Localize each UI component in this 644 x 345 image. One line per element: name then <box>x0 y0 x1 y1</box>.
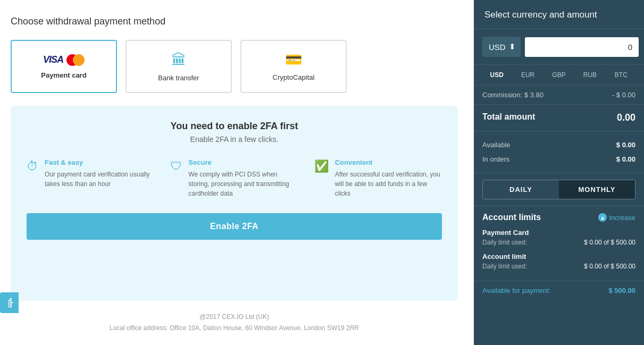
feature-convenient: ✅ Convenient After successful card verif… <box>314 158 442 198</box>
available-value: $ 0.00 <box>616 141 635 149</box>
in-orders-label: In orders <box>482 155 509 163</box>
right-panel-title: Select currency and amount <box>484 10 633 20</box>
currency-tab-btc[interactable]: BTC <box>607 69 635 81</box>
account-limits-section: Account limits ▲ Increase Payment Card D… <box>474 206 644 281</box>
card-logos: VISA <box>43 54 85 66</box>
commission-value: - $ 0.00 <box>612 91 635 99</box>
account-limit-value: $ 0.00 of $ 500.00 <box>584 263 635 270</box>
increase-button[interactable]: ▲ Increase <box>598 213 635 222</box>
total-label: Total amount <box>482 112 535 123</box>
payment-card-limit-title: Payment Card <box>482 229 635 237</box>
mastercard-logo <box>66 54 85 66</box>
currency-amount-row: USD ⬍ <box>474 29 644 65</box>
feature-secure-title: Secure <box>188 158 298 166</box>
currency-tab-eur[interactable]: EUR <box>513 69 542 81</box>
payment-card-limit-label: Daily limit used: <box>482 239 527 246</box>
right-panel-header: Select currency and amount <box>474 0 644 29</box>
balance-section: Available $ 0.00 In orders $ 0.00 <box>474 131 644 173</box>
account-limit-label: Daily limit used: <box>482 263 527 270</box>
available-row: Available $ 0.00 <box>482 138 635 152</box>
currency-tab-rub[interactable]: RUB <box>575 69 604 81</box>
amount-input[interactable] <box>525 37 639 57</box>
currency-tabs: USD EUR GBP RUB BTC <box>474 65 644 86</box>
currency-tab-gbp[interactable]: GBP <box>545 69 573 81</box>
feature-secure: 🛡 Secure We comply with PCI DSS when sto… <box>170 158 298 198</box>
account-limits-title: Account limits <box>482 213 541 222</box>
commission-label: Commission: $ 3.80 <box>482 91 543 99</box>
selected-currency: USD <box>489 43 506 52</box>
footer-copyright: @2017 CEX.IO Ltd (UK) <box>11 312 458 323</box>
chat-button[interactable]: щь <box>0 292 19 313</box>
twofa-title: You need to enable 2FA first <box>27 121 442 132</box>
twofa-section: You need to enable 2FA first Enable 2FA … <box>11 106 458 301</box>
commission-row: Commission: $ 3.80 - $ 0.00 <box>474 86 644 105</box>
account-limits-header: Account limits ▲ Increase <box>482 213 635 222</box>
footer: @2017 CEX.IO Ltd (UK) Local office addre… <box>11 312 458 334</box>
payment-card-limit-value: $ 0.00 of $ 500.00 <box>584 239 635 246</box>
left-panel: Choose withdrawal payment method VISA Pa… <box>0 0 474 345</box>
in-orders-value: $ 0.00 <box>616 155 635 163</box>
currency-dropdown-icon: ⬍ <box>509 42 516 52</box>
feature-secure-content: Secure We comply with PCI DSS when stori… <box>188 158 298 198</box>
crypto-icon: 💳 <box>285 52 302 68</box>
mc-orange-circle <box>73 54 85 66</box>
feature-fast-desc: Our payment card verification usually ta… <box>45 170 154 189</box>
in-orders-row: In orders $ 0.00 <box>482 152 635 166</box>
bank-icon: 🏛 <box>171 51 186 69</box>
footer-address: Local office address: Office 10A, Dalton… <box>11 323 458 334</box>
payment-card-label: Payment card <box>41 71 86 79</box>
page-title: Choose withdrawal payment method <box>11 16 458 27</box>
payment-card-limit-group: Payment Card Daily limit used: $ 0.00 of… <box>482 229 635 246</box>
crypto-capital-label: CryptoCapital <box>273 73 315 81</box>
currency-tab-usd[interactable]: USD <box>482 69 511 81</box>
period-tab-daily[interactable]: DAILY <box>483 180 559 199</box>
feature-fast-title: Fast & easy <box>45 158 154 166</box>
feature-convenient-content: Convenient After successful card verific… <box>335 158 442 198</box>
available-payment-label: Available for payment: <box>482 287 550 294</box>
increase-icon: ▲ <box>598 213 607 222</box>
feature-convenient-desc: After successful card verification, you … <box>335 170 442 198</box>
payment-method-crypto[interactable]: 💳 CryptoCapital <box>240 40 347 93</box>
enable-2fa-button[interactable]: Enable 2FA <box>27 213 442 240</box>
right-panel: Select currency and amount USD ⬍ USD EUR… <box>474 0 644 345</box>
increase-label: Increase <box>609 214 635 222</box>
payment-card-limit-row: Daily limit used: $ 0.00 of $ 500.00 <box>482 239 635 246</box>
available-payment-value: $ 500.00 <box>608 287 635 294</box>
available-payment-row: Available for payment: $ 500.00 <box>474 281 644 300</box>
feature-fast: ⏱ Fast & easy Our payment card verificat… <box>27 158 154 198</box>
total-row: Total amount 0.00 <box>474 105 644 131</box>
payment-method-bank[interactable]: 🏛 Bank transfer <box>126 40 232 93</box>
account-limit-title: Account limit <box>482 253 635 260</box>
feature-convenient-title: Convenient <box>335 158 442 166</box>
total-value: 0.00 <box>617 112 635 123</box>
period-tabs: DAILY MONTHLY <box>482 180 635 199</box>
feature-secure-desc: We comply with PCI DSS when storing, pro… <box>188 170 298 198</box>
visa-logo: VISA <box>43 54 63 65</box>
features-list: ⏱ Fast & easy Our payment card verificat… <box>27 158 442 198</box>
payment-methods: VISA Payment card 🏛 Bank transfer 💳 Cryp… <box>11 40 458 93</box>
bank-transfer-label: Bank transfer <box>158 74 199 82</box>
period-tab-monthly[interactable]: MONTHLY <box>559 180 635 199</box>
check-icon: ✅ <box>314 159 329 198</box>
available-label: Available <box>482 141 511 149</box>
account-limit-row: Daily limit used: $ 0.00 of $ 500.00 <box>482 263 635 270</box>
clock-icon: ⏱ <box>27 159 38 198</box>
feature-fast-content: Fast & easy Our payment card verificatio… <box>45 158 154 198</box>
account-limit-group: Account limit Daily limit used: $ 0.00 o… <box>482 253 635 270</box>
shield-icon: 🛡 <box>170 159 182 198</box>
twofa-subtitle: Enable 2FA in a few clicks. <box>27 135 442 144</box>
payment-method-card[interactable]: VISA Payment card <box>11 40 117 93</box>
currency-selector[interactable]: USD ⬍ <box>482 37 521 57</box>
